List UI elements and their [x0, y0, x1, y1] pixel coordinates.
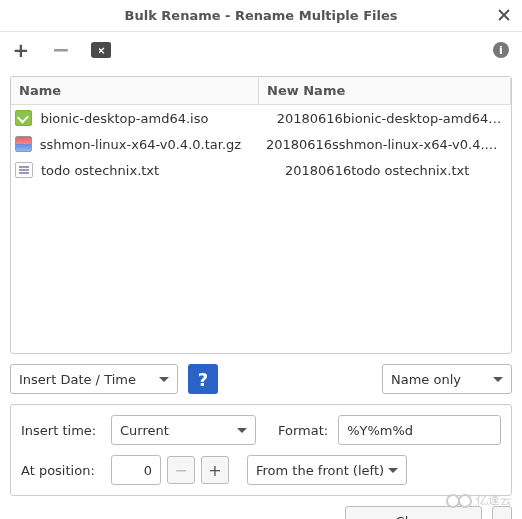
file-name-cell: todo ostechnix.txt [37, 163, 281, 178]
direction-value: From the front (left) [256, 463, 384, 478]
chevron-down-icon [237, 428, 247, 438]
remove-file-button[interactable]: − [50, 39, 72, 61]
info-button[interactable]: i [490, 39, 512, 61]
minus-icon: − [52, 39, 70, 61]
scope-value: Name only [391, 372, 461, 387]
table-row[interactable]: todo ostechnix.txt 20180616todo ostechni… [11, 157, 511, 183]
window-close-button[interactable] [496, 7, 512, 23]
insert-time-value: Current [120, 423, 169, 438]
position-increment-button[interactable]: + [201, 456, 229, 484]
scope-dropdown[interactable]: Name only [382, 364, 512, 394]
clear-list-button[interactable]: × [90, 39, 112, 61]
format-label: Format: [278, 423, 328, 438]
chevron-down-icon [159, 377, 169, 387]
file-name-cell: bionic-desktop-amd64.iso [36, 111, 272, 126]
file-type-icon [15, 110, 32, 126]
plus-icon: + [13, 40, 30, 60]
position-stepper: 0 − + [111, 455, 229, 485]
add-file-button[interactable]: + [10, 39, 32, 61]
window-title: Bulk Rename - Rename Multiple Files [125, 8, 398, 23]
file-name-cell: sshmon-linux-x64-v0.4.0.tar.gz [36, 137, 262, 152]
insert-time-dropdown[interactable]: Current [111, 415, 256, 445]
info-icon: i [493, 42, 509, 58]
direction-dropdown[interactable]: From the front (left) [247, 455, 407, 485]
column-header-new-name[interactable]: New Name [259, 77, 511, 104]
file-type-icon [15, 136, 32, 152]
operation-value: Insert Date / Time [19, 372, 136, 387]
secondary-button[interactable] [492, 506, 512, 519]
file-type-icon [15, 162, 33, 178]
chevron-down-icon [388, 468, 398, 478]
table-row[interactable]: bionic-desktop-amd64.iso 20180616bionic-… [11, 105, 511, 131]
table-row[interactable]: sshmon-linux-x64-v0.4.0.tar.gz 20180616s… [11, 131, 511, 157]
new-name-cell: 20180616todo ostechnix.txt [281, 163, 473, 178]
position-label: At position: [21, 463, 101, 478]
position-value: 0 [144, 463, 152, 478]
close-button-label: Close [396, 514, 431, 520]
file-list[interactable]: Name New Name bionic-desktop-amd64.iso 2… [10, 76, 512, 354]
help-button[interactable]: ? [188, 364, 218, 394]
format-input[interactable]: %Y%m%d [338, 415, 501, 445]
new-name-cell: 20180616bionic-desktop-amd64.iso [273, 111, 507, 126]
backspace-icon: × [91, 42, 111, 58]
new-name-cell: 20180616sshmon-linux-x64-v0.4.0.ta... [262, 137, 507, 152]
options-panel: Insert time: Current Format: %Y%m%d At p… [10, 404, 512, 496]
insert-time-label: Insert time: [21, 423, 101, 438]
column-header-name[interactable]: Name [11, 77, 259, 104]
close-button[interactable]: Close [345, 506, 482, 519]
format-value: %Y%m%d [347, 423, 413, 438]
operation-dropdown[interactable]: Insert Date / Time [10, 364, 178, 394]
position-decrement-button[interactable]: − [167, 456, 195, 484]
chevron-down-icon [493, 377, 503, 387]
position-input[interactable]: 0 [111, 455, 161, 485]
